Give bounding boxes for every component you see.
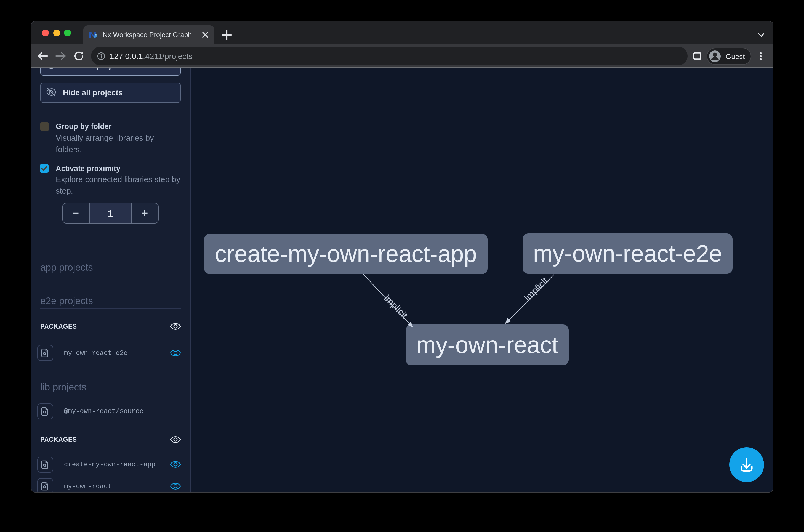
svg-text:implicit: implicit xyxy=(522,275,550,303)
svg-text:implicit: implicit xyxy=(382,293,410,321)
